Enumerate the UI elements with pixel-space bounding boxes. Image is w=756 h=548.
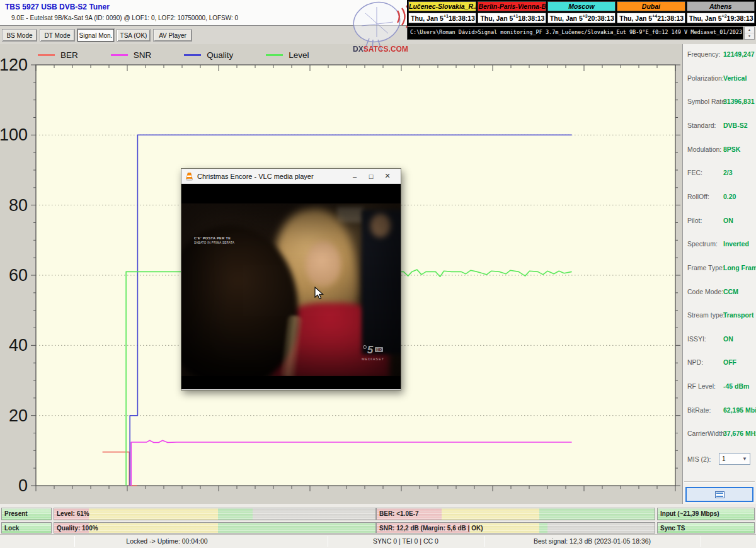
clock-5: AthensThu, Jan 5+219:38:13 xyxy=(687,1,755,25)
broadcast-promo-text: C'E' POSTA PER TE SABATO IN PRIMA SERATA xyxy=(194,236,234,244)
param-value: 31396,831 KS/s xyxy=(723,98,756,106)
ber-label: BER: <1.0E-7 xyxy=(379,510,419,517)
vlc-minimize-button[interactable]: – xyxy=(346,173,363,180)
legend-swatch-icon xyxy=(111,54,128,56)
canale5-logo: 5 HD MEDIASET xyxy=(362,345,384,361)
clock-utc-offset: +4 xyxy=(652,14,657,18)
param-label: RollOff: xyxy=(687,193,723,201)
best-signal-status: Best signal: 12,3 dB (2023-01-05 18:36) xyxy=(485,537,699,545)
vlc-cone-icon xyxy=(185,172,193,181)
legend-item-ber: BER xyxy=(38,50,78,60)
param-label: Spectrum: xyxy=(687,240,723,248)
console-scrollbar[interactable]: ▲ ▼ xyxy=(744,26,755,40)
param-label: Symbol Rate: xyxy=(687,98,723,106)
param-code-mode: Code Mode:CCM xyxy=(687,288,754,296)
clock-4: DubaiThu, Jan 5+421:38:13 xyxy=(617,1,685,25)
param-stream-type: Stream type:Transport xyxy=(687,311,754,319)
param-value: Vertical xyxy=(723,74,747,83)
y-axis-label-100: 100 xyxy=(0,125,28,144)
param-symbol-rate: Symbol Rate:31396,831 KS/s xyxy=(687,98,754,106)
canale5-five: 5 xyxy=(367,345,373,355)
param-pilot: Pilot:ON xyxy=(687,217,754,225)
param-value: 62,195 Mbit/s xyxy=(723,406,756,414)
mis-dropdown[interactable]: 1 ▼ xyxy=(719,453,750,465)
quality-label: Quality: 100% xyxy=(57,525,98,532)
statusbar-separator xyxy=(484,536,484,547)
tab-signal-mon-[interactable]: Signal Mon. xyxy=(77,29,114,42)
param-value: 8PSK xyxy=(723,146,740,154)
sidebar-divider xyxy=(684,481,755,482)
param-label: Frame Type: xyxy=(687,264,723,272)
param-bitrate: BitRate:62,195 Mbit/s xyxy=(687,406,754,414)
scroll-up-icon[interactable]: ▲ xyxy=(745,27,754,33)
clock-date: Thu, Jan 5 xyxy=(689,14,722,22)
present-indicator: Present xyxy=(1,508,52,520)
hd-badge: HD xyxy=(375,347,383,352)
y-axis-label-0: 0 xyxy=(18,476,28,495)
vlc-titlebar[interactable]: Christmas Encore - VLC media player – □ … xyxy=(181,169,401,184)
vlc-video-area[interactable]: C'E' POSTA PER TE SABATO IN PRIMA SERATA… xyxy=(181,184,401,389)
clock-3: MoscowThu, Jan 5+320:38:13 xyxy=(547,1,616,25)
level-label: Level: 61% xyxy=(57,510,89,517)
clock-time: Thu, Jan 5+320:38:13 xyxy=(547,13,616,23)
vlc-close-button[interactable]: ✕ xyxy=(379,172,396,180)
tab-bs-mode[interactable]: BS Mode xyxy=(2,29,37,42)
console-text: C:\Users\Roman Dávid>Signal monitoring_P… xyxy=(408,27,743,35)
drive-icon xyxy=(715,491,724,498)
promo-line2: SABATO IN PRIMA SERATA xyxy=(194,241,234,244)
scroll-down-icon[interactable]: ▼ xyxy=(745,33,754,39)
clock-time-value: 20:38:13 xyxy=(588,14,614,22)
param-label: Polarization: xyxy=(687,74,723,83)
param-label: Pilot: xyxy=(687,217,723,225)
mouse-cursor-icon xyxy=(314,287,324,300)
clock-city-label: Dubai xyxy=(617,1,685,11)
clock-time: Thu, Jan 5+118:38:13 xyxy=(408,13,476,23)
canale5-ring-icon xyxy=(363,345,367,349)
tab-av-player[interactable]: AV Player xyxy=(153,29,192,42)
mis-label: MIS (2): xyxy=(687,455,723,463)
param-value: -45 dBm xyxy=(723,382,749,391)
clock-date: Thu, Jan 5 xyxy=(480,14,513,22)
clock-time: Thu, Jan 5+118:38:13 xyxy=(478,13,546,23)
param-rf-level: RF Level:-45 dBm xyxy=(687,382,754,391)
quality-progressbar: Quality: 100% xyxy=(54,522,376,534)
legend-item-quality: Quality xyxy=(184,50,233,60)
param-value: OFF xyxy=(723,358,736,367)
syncts-label: Sync TS xyxy=(660,525,685,532)
param-npd: NPD:OFF xyxy=(687,358,754,367)
vlc-window[interactable]: Christmas Encore - VLC media player – □ … xyxy=(181,168,401,391)
param-rolloff: RollOff:0.20 xyxy=(687,193,754,201)
vlc-window-title: Christmas Encore - VLC media player xyxy=(197,173,346,180)
param-standard: Standard:DVB-S2 xyxy=(687,122,754,130)
letterbox-bottom xyxy=(181,376,401,389)
legend-label: Quality xyxy=(207,50,233,60)
param-value: Long Frame xyxy=(723,264,756,272)
param-frame-type: Frame Type:Long Frame xyxy=(687,264,754,272)
param-value: ON xyxy=(723,335,733,343)
clock-utc-offset: +1 xyxy=(444,14,449,18)
param-spectrum: Spectrum:Inverted xyxy=(687,240,754,248)
tab-tsa-ok-[interactable]: TSA (OK) xyxy=(117,29,151,42)
legend-label: SNR xyxy=(134,50,152,60)
legend-swatch-icon xyxy=(266,54,283,56)
vlc-maximize-button[interactable]: □ xyxy=(363,173,379,180)
console-bar: C:\Users\Roman Dávid>Signal monitoring_P… xyxy=(407,26,743,40)
param-carrierwidth: CarrierWidth:37,676 MHz xyxy=(687,430,754,438)
param-value: Transport xyxy=(723,311,753,319)
transponder-sidebar: MIS (2): 1 ▼ Frequency:12149,247 MHzPola… xyxy=(682,44,756,504)
clock-city-label: Moscow xyxy=(547,1,616,11)
stream-panel-button[interactable] xyxy=(685,487,753,502)
y-axis-label-20: 20 xyxy=(9,406,28,425)
clock-utc-offset: +2 xyxy=(722,14,727,18)
y-axis-label-120: 120 xyxy=(0,55,28,74)
y-axis-label-60: 60 xyxy=(9,266,28,285)
clock-2: Berlin-Paris-Vienna-BelgradeThu, Jan 5+1… xyxy=(478,1,546,25)
param-label: Frequency: xyxy=(687,50,723,59)
clock-date: Thu, Jan 5 xyxy=(550,14,583,22)
mis-row: MIS (2): 1 ▼ xyxy=(687,455,754,463)
present-label: Present xyxy=(4,510,28,517)
param-fec: FEC:2/3 xyxy=(687,169,754,177)
tab-dt-mode[interactable]: DT Mode xyxy=(40,29,75,42)
video-frame: C'E' POSTA PER TE SABATO IN PRIMA SERATA… xyxy=(181,203,401,377)
chart-legend: BERSNRQualityLevel xyxy=(38,49,309,60)
